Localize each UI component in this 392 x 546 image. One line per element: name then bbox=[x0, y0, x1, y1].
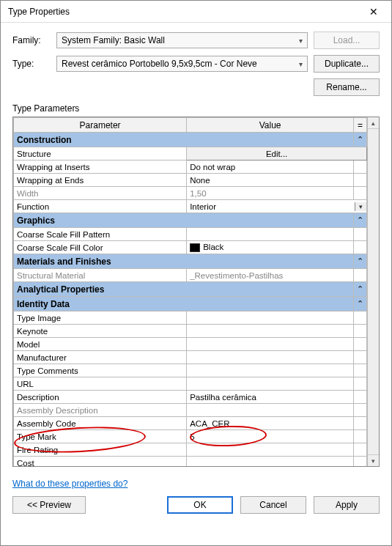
wrap-inserts-value[interactable]: Do not wrap bbox=[187, 161, 354, 174]
type-parameters-label: Type Parameters bbox=[12, 103, 380, 114]
wrap-ends-value[interactable]: None bbox=[187, 174, 354, 187]
group-analytical[interactable]: Analytical Properties bbox=[14, 282, 354, 297]
scroll-down-icon[interactable]: ▾ bbox=[368, 454, 379, 466]
manufacturer-value[interactable] bbox=[187, 351, 354, 364]
collapse-icon[interactable]: ⌃ bbox=[354, 213, 367, 228]
vertical-scrollbar[interactable]: ▴ ▾ bbox=[367, 117, 379, 466]
collapse-icon[interactable]: ⌃ bbox=[354, 133, 367, 147]
cost-value[interactable] bbox=[187, 457, 354, 467]
keynote-value[interactable] bbox=[187, 325, 354, 338]
coarse-pattern-value[interactable] bbox=[187, 228, 354, 241]
chevron-down-icon: ▾ bbox=[299, 37, 303, 45]
assembly-code-value[interactable]: ACA_CER bbox=[187, 417, 354, 430]
coarse-color-value[interactable]: Black bbox=[187, 241, 354, 254]
close-icon[interactable]: ✕ bbox=[363, 3, 384, 21]
rename-button[interactable]: Rename... bbox=[314, 78, 380, 96]
col-eq[interactable]: = bbox=[354, 118, 367, 133]
cancel-button[interactable]: Cancel bbox=[240, 496, 306, 514]
apply-button[interactable]: Apply bbox=[314, 496, 380, 514]
collapse-icon[interactable]: ⌃ bbox=[354, 282, 367, 297]
fire-rating-value[interactable] bbox=[187, 443, 354, 457]
help-link[interactable]: What do these properties do? bbox=[12, 479, 127, 489]
collapse-icon[interactable]: ⌃ bbox=[354, 297, 367, 311]
scroll-up-icon[interactable]: ▴ bbox=[368, 117, 379, 129]
family-dropdown[interactable]: System Family: Basic Wall ▾ bbox=[56, 32, 308, 48]
family-label: Family: bbox=[12, 35, 56, 45]
type-dropdown[interactable]: Revest cerâmico Portobello 9,5x9,5cm - C… bbox=[56, 56, 308, 72]
parameters-table: Parameter Value = Construction⌃ Structur… bbox=[12, 117, 380, 467]
type-label: Type: bbox=[12, 59, 56, 69]
color-swatch bbox=[190, 243, 200, 252]
titlebar[interactable]: Type Properties ✕ bbox=[1, 1, 391, 23]
group-materials[interactable]: Materials and Finishes bbox=[14, 254, 354, 269]
preview-button[interactable]: << Preview bbox=[12, 496, 86, 514]
type-image-value[interactable] bbox=[187, 311, 354, 325]
collapse-icon[interactable]: ⌃ bbox=[354, 254, 367, 269]
type-mark-value[interactable]: 5 bbox=[187, 430, 354, 443]
col-value[interactable]: Value bbox=[187, 118, 354, 133]
model-value[interactable] bbox=[187, 338, 354, 351]
duplicate-button[interactable]: Duplicate... bbox=[314, 55, 380, 73]
ok-button[interactable]: OK bbox=[167, 496, 233, 514]
width-value: 1,50 bbox=[187, 187, 354, 200]
window-title: Type Properties bbox=[8, 7, 363, 17]
edit-structure-button[interactable]: Edit... bbox=[187, 147, 367, 161]
group-construction[interactable]: Construction bbox=[14, 133, 354, 147]
type-comments-value[interactable] bbox=[187, 364, 354, 377]
load-button: Load... bbox=[314, 32, 380, 49]
assembly-desc-value bbox=[187, 404, 354, 417]
structural-material-value: _Revestimento-Pastilhas bbox=[187, 269, 354, 282]
url-value[interactable] bbox=[187, 377, 354, 391]
col-parameter[interactable]: Parameter bbox=[14, 118, 187, 133]
group-identity[interactable]: Identity Data bbox=[14, 297, 354, 311]
function-dropdown[interactable]: Interior▾ bbox=[187, 202, 366, 211]
description-value[interactable]: Pastilha cerâmica bbox=[187, 391, 354, 404]
chevron-down-icon: ▾ bbox=[299, 60, 303, 68]
group-graphics[interactable]: Graphics bbox=[14, 213, 354, 228]
chevron-down-icon: ▾ bbox=[355, 202, 366, 211]
